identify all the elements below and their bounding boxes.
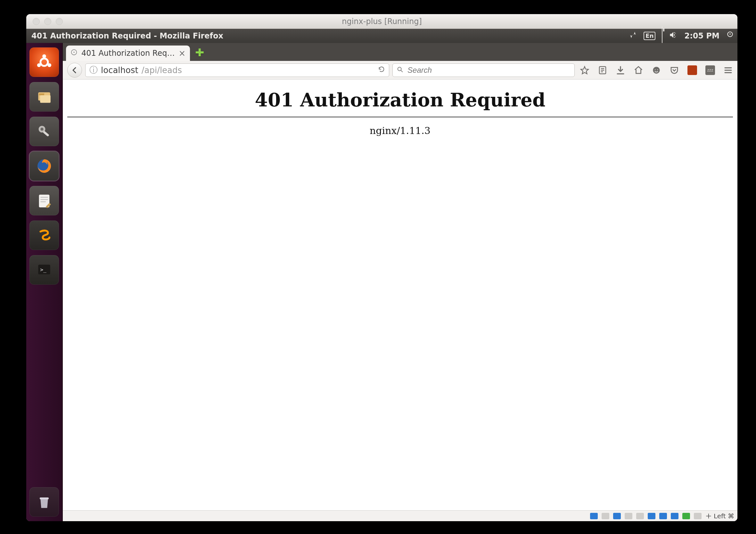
- browser-nav-toolbar: ⓘ localhost/api/leads: [63, 61, 738, 79]
- host-minimize-button[interactable]: [44, 18, 51, 25]
- vbox-mouse-integration-icon[interactable]: [694, 513, 702, 519]
- launcher-dash-icon[interactable]: [30, 47, 59, 77]
- svg-rect-17: [40, 497, 49, 499]
- svg-point-24: [657, 69, 658, 70]
- browser-extension-button-b[interactable]: zzz: [705, 65, 715, 75]
- svg-rect-12: [40, 197, 48, 197]
- launcher-terminal-icon[interactable]: >_: [30, 255, 59, 285]
- host-zoom-button[interactable]: [56, 18, 63, 25]
- svg-point-23: [655, 69, 656, 70]
- launcher-trash-icon[interactable]: [30, 487, 59, 517]
- clock[interactable]: 2:05 PM: [684, 31, 719, 41]
- svg-point-3: [37, 64, 41, 67]
- search-input[interactable]: [407, 65, 571, 75]
- url-host: localhost: [101, 65, 138, 75]
- bookmark-star-button[interactable]: [580, 65, 589, 75]
- reload-button[interactable]: [378, 66, 385, 74]
- vbox-shared-folder-icon[interactable]: [659, 513, 667, 519]
- host-window-title: nginx-plus [Running]: [26, 17, 738, 26]
- vbox-hdd-indicator-icon[interactable]: [590, 513, 598, 519]
- launcher-settings-icon[interactable]: [30, 117, 59, 146]
- tab-title: 401 Authorization Req…: [81, 49, 175, 58]
- svg-rect-14: [40, 201, 45, 202]
- firefox-window: 401 Authorization Req… × ✚ ⓘ localhost/a…: [63, 43, 738, 521]
- browser-extension-button-a[interactable]: [688, 65, 697, 75]
- svg-rect-13: [40, 199, 48, 200]
- new-tab-button[interactable]: ✚: [193, 46, 206, 59]
- vbox-video-capture-icon[interactable]: [671, 513, 679, 519]
- keyboard-language-indicator[interactable]: En: [644, 32, 656, 40]
- vbox-display-indicator-icon[interactable]: [613, 513, 621, 519]
- hamburger-menu-button[interactable]: [723, 65, 733, 75]
- host-vm-window: nginx-plus [Running] 401 Authorization R…: [26, 14, 738, 521]
- host-window-controls[interactable]: [26, 18, 63, 25]
- svg-rect-5: [39, 94, 44, 96]
- svg-point-19: [73, 52, 75, 53]
- reader-view-button[interactable]: [598, 65, 608, 75]
- vbox-usb-indicator-icon[interactable]: [636, 513, 644, 519]
- vbox-host-key-label: Left ⌘: [714, 512, 734, 520]
- svg-point-9: [40, 127, 43, 130]
- svg-point-22: [653, 67, 660, 73]
- active-window-title: 401 Authorization Required - Mozilla Fir…: [30, 31, 223, 41]
- svg-rect-6: [40, 95, 51, 102]
- svg-point-0: [40, 58, 48, 66]
- battery-indicator-icon[interactable]: [662, 27, 662, 45]
- vbox-network-indicator-icon[interactable]: [648, 513, 656, 519]
- tab-close-button[interactable]: ×: [178, 48, 185, 58]
- home-button[interactable]: [634, 65, 643, 75]
- vbox-audio-indicator-icon[interactable]: [625, 513, 632, 519]
- url-path: /api/leads: [142, 65, 182, 75]
- host-close-button[interactable]: [33, 18, 40, 25]
- url-bar[interactable]: ⓘ localhost/api/leads: [85, 64, 389, 77]
- svg-text:>_: >_: [40, 267, 46, 273]
- chat-indicator-icon[interactable]: [652, 65, 661, 75]
- ubuntu-desktop: 401 Authorization Required - Mozilla Fir…: [26, 29, 738, 521]
- unity-launcher: >_: [26, 43, 63, 521]
- virtualbox-status-bar: Left ⌘: [63, 510, 738, 521]
- divider: [67, 117, 733, 117]
- browser-viewport: 401 Authorization Required nginx/1.11.3: [63, 79, 738, 510]
- vbox-optical-indicator-icon[interactable]: [602, 513, 609, 519]
- session-indicator-icon[interactable]: [726, 31, 734, 41]
- back-button[interactable]: [67, 63, 82, 77]
- vbox-host-key-indicator: Left ⌘: [705, 512, 734, 520]
- svg-point-2: [48, 64, 52, 67]
- search-bar[interactable]: [392, 64, 575, 77]
- search-icon: [396, 65, 404, 75]
- launcher-sublime-icon[interactable]: [30, 220, 59, 250]
- ubuntu-top-bar: 401 Authorization Required - Mozilla Fir…: [26, 29, 738, 43]
- downloads-button[interactable]: [616, 65, 625, 75]
- sound-indicator-icon[interactable]: [669, 30, 678, 42]
- svg-point-1: [42, 54, 46, 58]
- pocket-button[interactable]: [669, 65, 679, 75]
- launcher-firefox-icon[interactable]: [30, 151, 59, 181]
- browser-tab-active[interactable]: 401 Authorization Req… ×: [66, 45, 190, 61]
- site-identity-icon[interactable]: ⓘ: [89, 65, 98, 76]
- error-heading: 401 Authorization Required: [67, 89, 733, 111]
- launcher-files-icon[interactable]: [30, 82, 59, 112]
- vbox-guest-additions-icon[interactable]: [682, 513, 690, 519]
- tab-favicon-icon: [70, 49, 77, 58]
- launcher-text-editor-icon[interactable]: [30, 186, 59, 215]
- server-signature: nginx/1.11.3: [67, 125, 733, 136]
- network-indicator-icon[interactable]: [629, 31, 637, 41]
- svg-rect-8: [43, 131, 50, 137]
- browser-tabstrip: 401 Authorization Req… × ✚: [63, 43, 738, 61]
